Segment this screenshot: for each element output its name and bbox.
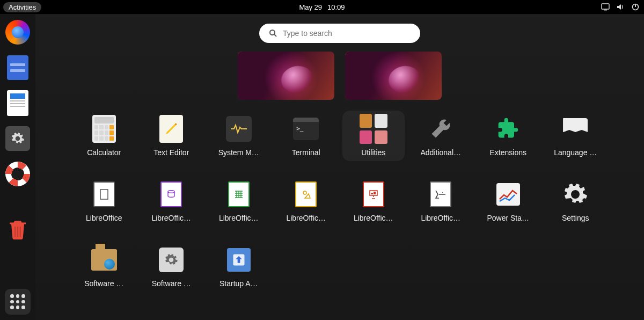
text-editor-icon <box>159 115 183 143</box>
workspace-thumb-2[interactable] <box>345 52 442 100</box>
app-system-monitor[interactable]: System M… <box>208 111 270 161</box>
app-label: LibreOffic… <box>354 214 393 222</box>
svg-rect-6 <box>100 190 108 199</box>
svg-rect-0 <box>602 4 609 9</box>
workspace-switcher <box>35 52 644 100</box>
app-software-sources[interactable]: Software … <box>73 242 135 292</box>
settings-icon <box>5 126 30 151</box>
app-label: Terminal <box>292 148 320 157</box>
app-label: LibreOffic… <box>219 214 259 222</box>
svg-rect-10 <box>371 193 373 194</box>
svg-point-8 <box>303 191 306 194</box>
libreoffice-impress-icon <box>363 181 384 207</box>
dock-item-settings[interactable] <box>5 126 31 151</box>
search-input[interactable] <box>283 29 411 38</box>
libreoffice-start-icon <box>93 181 115 207</box>
libreoffice-calc-icon <box>228 181 250 207</box>
utilities-folder-icon <box>360 114 387 144</box>
app-libreoffice-calc[interactable]: LibreOffic… <box>208 176 270 227</box>
app-label: Calculator <box>87 148 121 157</box>
dock-item-files[interactable] <box>5 55 31 81</box>
libreoffice-draw-icon <box>295 181 317 207</box>
svg-point-7 <box>168 191 174 193</box>
app-label: Additional… <box>421 148 462 157</box>
volume-icon[interactable] <box>616 3 625 11</box>
screen-icon[interactable] <box>601 3 610 11</box>
wallpaper-thumbnail <box>238 52 334 100</box>
time-label: 10:09 <box>327 3 345 11</box>
svg-point-4 <box>270 30 275 35</box>
firefox-icon <box>5 20 30 45</box>
show-applications-button[interactable] <box>5 289 31 315</box>
app-label: System M… <box>218 148 259 157</box>
power-stats-icon <box>496 183 520 206</box>
app-libreoffice[interactable]: LibreOffice <box>73 176 135 227</box>
svg-rect-11 <box>374 192 376 194</box>
app-label: Software … <box>152 279 191 288</box>
terminal-icon: >_ <box>293 118 319 140</box>
libreoffice-writer-icon <box>7 90 28 116</box>
settings-icon <box>561 180 589 208</box>
svg-line-5 <box>274 34 276 37</box>
application-grid: Calculator Text Editor System M… >_ Term… <box>73 111 606 292</box>
app-startup-applications[interactable]: Startup A… <box>208 242 270 292</box>
app-label: Startup A… <box>219 279 258 288</box>
app-label: LibreOffic… <box>421 214 460 222</box>
dock-item-writer[interactable] <box>5 90 31 116</box>
activities-button[interactable]: Activities <box>3 2 41 12</box>
workspace-thumb-1[interactable] <box>238 52 334 100</box>
dock-item-help[interactable] <box>5 161 31 187</box>
app-label: LibreOffic… <box>286 214 326 222</box>
software-updater-icon <box>159 248 184 272</box>
help-icon <box>5 162 30 186</box>
dock-item-trash[interactable] <box>5 217 31 243</box>
app-label: Settings <box>562 214 589 222</box>
app-label: Extensions <box>490 148 526 157</box>
app-label: Software … <box>84 279 123 288</box>
system-monitor-icon <box>226 116 252 142</box>
software-sources-icon <box>91 249 117 271</box>
dock-item-firefox[interactable] <box>5 19 31 45</box>
app-libreoffice-math[interactable]: x LibreOffic… <box>410 176 472 227</box>
app-settings[interactable]: Settings <box>545 176 607 227</box>
app-power-statistics[interactable]: Power Sta… <box>477 176 539 227</box>
app-label: Language … <box>554 148 597 157</box>
tools-icon <box>427 115 455 143</box>
date-label: May 29 <box>299 3 322 11</box>
app-terminal[interactable]: >_ Terminal <box>275 111 338 161</box>
app-label: LibreOffic… <box>151 214 191 222</box>
files-icon <box>7 55 28 80</box>
libreoffice-base-icon <box>160 181 182 207</box>
app-additional-drivers[interactable]: Additional… <box>410 111 472 161</box>
libreoffice-math-icon: x <box>430 181 451 207</box>
clock[interactable]: May 29 10:09 <box>299 3 345 11</box>
app-calculator[interactable]: Calculator <box>73 111 135 161</box>
app-libreoffice-draw[interactable]: LibreOffic… <box>275 176 338 227</box>
app-label: Text Editor <box>153 148 189 157</box>
app-utilities-folder[interactable]: Utilities <box>342 111 405 161</box>
app-language-support[interactable]: Language … <box>545 111 607 161</box>
svg-rect-1 <box>604 10 607 10</box>
search-bar[interactable] <box>259 24 420 43</box>
wallpaper-thumbnail <box>345 52 442 100</box>
power-icon[interactable] <box>631 3 640 11</box>
app-label: LibreOffice <box>86 214 122 222</box>
app-label: Power Sta… <box>487 214 529 222</box>
system-tray[interactable] <box>601 3 640 11</box>
top-bar: Activities May 29 10:09 <box>0 0 644 14</box>
apps-grid-icon <box>10 294 25 309</box>
trash-icon <box>8 219 27 241</box>
calculator-icon <box>92 115 116 143</box>
flag-icon <box>563 118 588 140</box>
app-extensions[interactable]: Extensions <box>477 111 539 161</box>
app-libreoffice-impress[interactable]: LibreOffic… <box>342 176 405 227</box>
app-software-updater[interactable]: Software … <box>141 242 203 292</box>
app-text-editor[interactable]: Text Editor <box>141 111 203 161</box>
puzzle-icon <box>494 115 522 143</box>
startup-apps-icon <box>227 248 251 272</box>
svg-text:x: x <box>442 191 443 194</box>
overview: Calculator Text Editor System M… >_ Term… <box>35 14 644 320</box>
app-libreoffice-base[interactable]: LibreOffic… <box>141 176 203 227</box>
search-icon <box>269 29 277 38</box>
app-label: Utilities <box>361 148 385 157</box>
